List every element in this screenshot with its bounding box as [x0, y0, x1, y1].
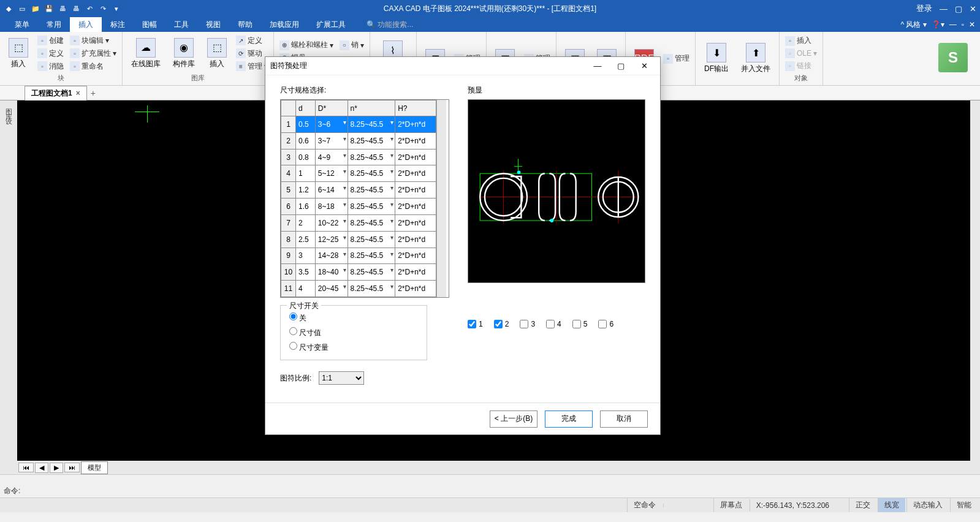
- table-row[interactable]: 51.26~148.25~45.52*D+n*d: [281, 182, 436, 199]
- model-tab[interactable]: 模型: [81, 461, 108, 474]
- print2-icon[interactable]: 🖶: [71, 4, 81, 13]
- minimize-icon[interactable]: —: [940, 4, 948, 13]
- menu-扩展工具[interactable]: 扩展工具: [308, 17, 354, 32]
- tab-add-icon[interactable]: +: [91, 88, 96, 98]
- view-check-3[interactable]: 3: [520, 320, 535, 328]
- table-row[interactable]: 11420~458.25~45.52*D+n*d: [281, 281, 436, 297]
- table-scrollbar[interactable]: [436, 100, 446, 297]
- bottom-tabs: ⏮ ◀ ▶ ⏭ 模型: [0, 461, 980, 474]
- status-smart[interactable]: 智能: [950, 498, 978, 512]
- extend-attr-button[interactable]: ▫扩充属性 ▾: [68, 48, 118, 59]
- open-icon[interactable]: 📁: [31, 4, 40, 13]
- table-row[interactable]: 30.84~98.25~45.52*D+n*d: [281, 149, 436, 165]
- style-dropdown[interactable]: ^ 风格 ▾: [900, 20, 926, 30]
- redo-icon[interactable]: ↷: [98, 4, 108, 13]
- search-input[interactable]: 🔍 功能搜索...: [367, 20, 413, 30]
- dim-off-radio[interactable]: 关: [289, 311, 418, 325]
- block-edit-button[interactable]: ▫块编辑 ▾: [68, 35, 118, 47]
- new-icon[interactable]: ▭: [17, 4, 27, 13]
- inner-restore-icon[interactable]: ▫: [962, 20, 964, 29]
- cancel-button[interactable]: 取消: [600, 410, 648, 428]
- table-row[interactable]: 20.63~78.25~45.52*D+n*d: [281, 132, 436, 149]
- define-button[interactable]: ▫定义: [36, 48, 66, 59]
- nav-last-icon[interactable]: ⏭: [64, 463, 80, 472]
- undo-icon[interactable]: ↶: [85, 4, 94, 13]
- view-check-6[interactable]: 6: [598, 320, 613, 328]
- status-lineweight[interactable]: 线宽: [878, 498, 905, 512]
- online-library-button[interactable]: ☁在线图库: [126, 33, 165, 74]
- menu-标注[interactable]: 标注: [102, 17, 134, 32]
- status-ortho[interactable]: 正交: [849, 498, 876, 512]
- menubar: 菜单常用插入标注图幅工具视图帮助加载应用扩展工具 🔍 功能搜索... ^ 风格 …: [0, 17, 980, 32]
- dialog-footer: < 上一步(B) 完成 取消: [265, 403, 660, 434]
- table-row[interactable]: 415~128.25~45.52*D+n*d: [281, 165, 436, 182]
- inner-minimize-icon[interactable]: —: [949, 20, 957, 29]
- manage-button-3[interactable]: ▫管理: [661, 53, 691, 64]
- document-tab[interactable]: 工程图文档1 ×: [25, 86, 87, 100]
- nav-prev-icon[interactable]: ◀: [35, 463, 48, 473]
- view-check-5[interactable]: 5: [572, 320, 588, 328]
- spec-table[interactable]: dD*n*H? 10.53~68.25~45.52*D+n*d20.63~78.…: [281, 100, 436, 297]
- menu-常用[interactable]: 常用: [38, 17, 70, 32]
- view-check-4[interactable]: 4: [546, 320, 561, 328]
- lib-define-button[interactable]: ↗定义: [234, 35, 270, 47]
- help-icon[interactable]: ❓▾: [932, 20, 944, 29]
- obj-insert-button[interactable]: ▫插入: [783, 35, 819, 47]
- qat-dropdown-icon[interactable]: ▾: [112, 4, 121, 13]
- tab-close-icon[interactable]: ×: [76, 89, 80, 97]
- rename-button[interactable]: ▫重命名: [68, 61, 118, 72]
- vertical-scrollbar[interactable]: [970, 100, 980, 461]
- table-row[interactable]: 61.68~188.25~45.52*D+n*d: [281, 199, 436, 215]
- dim-value-radio[interactable]: 尺寸值: [289, 325, 418, 340]
- bolt-button[interactable]: ⊕螺栓和螺柱 ▾ ○销 ▾: [278, 39, 366, 51]
- table-row[interactable]: 82.512~258.25~45.52*D+n*d: [281, 231, 436, 248]
- status-screen-point[interactable]: 屏幕点: [713, 498, 748, 512]
- dialog-close-icon[interactable]: ✕: [633, 59, 655, 74]
- hide-button[interactable]: ▫消隐: [36, 61, 66, 72]
- command-bar[interactable]: 命令:: [0, 474, 980, 497]
- print-icon[interactable]: 🖶: [58, 4, 67, 13]
- status-dynamic-input[interactable]: 动态输入: [906, 498, 949, 512]
- dialog-minimize-icon[interactable]: —: [587, 59, 609, 74]
- menu-加载应用[interactable]: 加载应用: [261, 17, 308, 32]
- menu-图幅[interactable]: 图幅: [134, 17, 165, 32]
- table-row[interactable]: 7210~228.25~45.52*D+n*d: [281, 214, 436, 231]
- menu-工具[interactable]: 工具: [165, 17, 197, 32]
- table-row[interactable]: 103.518~408.25~45.52*D+n*d: [281, 264, 436, 281]
- nav-first-icon[interactable]: ⏮: [18, 463, 34, 472]
- link-button[interactable]: ▫链接: [783, 60, 819, 72]
- scale-select[interactable]: 1:1: [319, 371, 364, 385]
- view-checkboxes: 1 2 3 4 5 6: [468, 320, 645, 328]
- prev-button[interactable]: < 上一步(B): [490, 410, 537, 428]
- menu-帮助[interactable]: 帮助: [229, 17, 261, 32]
- svg-point-12: [517, 170, 521, 174]
- table-row[interactable]: 9314~288.25~45.52*D+n*d: [281, 248, 436, 264]
- close-icon[interactable]: ✕: [970, 4, 976, 13]
- view-check-2[interactable]: 2: [494, 320, 509, 328]
- maximize-icon[interactable]: ▢: [955, 4, 962, 13]
- symbol-preprocess-dialog: 图符预处理 — ▢ ✕ 尺寸规格选择: dD*n*H? 10.53~68.25~…: [265, 56, 661, 435]
- finish-button[interactable]: 完成: [545, 410, 593, 428]
- create-button[interactable]: ▫创建: [36, 35, 66, 47]
- login-button[interactable]: 登录: [916, 3, 932, 14]
- menu-视图[interactable]: 视图: [197, 17, 229, 32]
- titlebar: ◆ ▭ 📁 💾 🖶 🖶 ↶ ↷ ▾ CAXA CAD 电子图板 2024***试…: [0, 0, 980, 17]
- dialog-maximize-icon[interactable]: ▢: [610, 59, 632, 74]
- component-library-button[interactable]: ◉构件库: [168, 33, 200, 74]
- lib-insert-button[interactable]: ⬚插入: [202, 33, 232, 74]
- merge-file-button[interactable]: ⬆并入文件: [736, 33, 775, 84]
- ole-button[interactable]: ▫OLE ▾: [783, 48, 819, 59]
- save-icon[interactable]: 💾: [44, 4, 54, 13]
- app-icon: ◆: [4, 4, 13, 13]
- menu-菜单[interactable]: 菜单: [6, 17, 38, 32]
- quick-access-toolbar: ◆ ▭ 📁 💾 🖶 🖶 ↶ ↷ ▾: [0, 4, 121, 13]
- dim-var-radio[interactable]: 尺寸变量: [289, 340, 418, 355]
- table-row[interactable]: 10.53~68.25~45.52*D+n*d: [281, 116, 436, 133]
- pdf-output-button[interactable]: ⬇DF输出: [699, 33, 734, 84]
- menu-插入[interactable]: 插入: [70, 17, 102, 32]
- nav-next-icon[interactable]: ▶: [50, 463, 63, 473]
- view-check-1[interactable]: 1: [468, 320, 483, 328]
- preview-canvas: [468, 99, 645, 283]
- inner-close-icon[interactable]: ✕: [969, 20, 975, 29]
- insert-block-button[interactable]: ⬚插入: [4, 33, 33, 74]
